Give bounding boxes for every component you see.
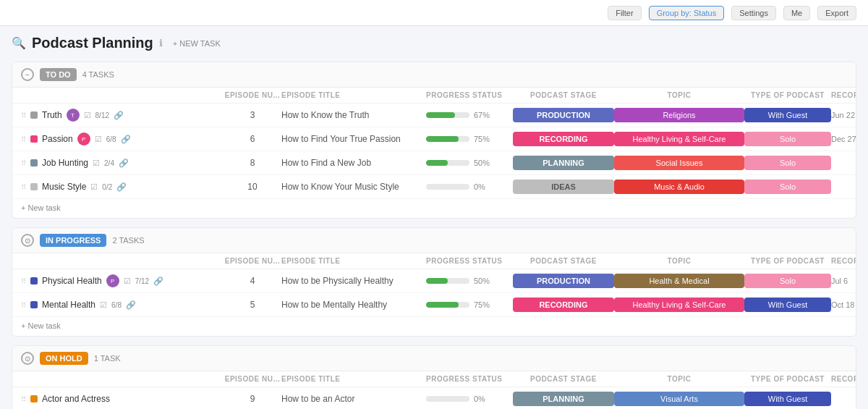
topic-cell[interactable]: Religions bbox=[614, 108, 744, 122]
check-icon: ☑ bbox=[84, 111, 91, 120]
type-cell[interactable]: Solo bbox=[744, 180, 831, 194]
progress-cell: 75% bbox=[426, 300, 513, 309]
stage-badge[interactable]: PLANNING bbox=[513, 392, 614, 406]
type-cell[interactable]: With Guest bbox=[744, 108, 831, 122]
topic-cell[interactable]: Visual Arts bbox=[614, 392, 744, 406]
link-icon: 🔗 bbox=[153, 277, 163, 286]
task-row: ⠿ Job Hunting ☑2/4🔗 8 How to Find a New … bbox=[12, 151, 856, 175]
type-cell-wrap: With Guest bbox=[744, 108, 831, 122]
progress-cell: 50% bbox=[426, 159, 513, 167]
col-headers-todo: EPISODE NU... EPISODE TITLE PROGRESS STA… bbox=[12, 88, 856, 104]
topic-cell[interactable]: Social Issues bbox=[614, 156, 744, 170]
podcast-stage: RECORDING bbox=[513, 298, 614, 312]
stage-badge[interactable]: PRODUCTION bbox=[513, 108, 614, 122]
page-title: Podcast Planning bbox=[32, 35, 153, 51]
add-task-row[interactable]: + New task bbox=[12, 317, 856, 336]
add-task-row[interactable]: + New task bbox=[12, 199, 856, 218]
section-todo: − TO DO 4 TASKS EPISODE NU... EPISODE TI… bbox=[12, 62, 856, 219]
settings-button[interactable]: Settings bbox=[731, 6, 776, 20]
drag-handle[interactable]: ⠿ bbox=[21, 395, 26, 403]
task-color-dot bbox=[30, 277, 38, 284]
progress-cell: 67% bbox=[426, 111, 513, 119]
drag-handle[interactable]: ⠿ bbox=[21, 159, 26, 167]
col-progress: PROGRESS STATUS bbox=[426, 257, 513, 265]
type-cell[interactable]: Solo bbox=[744, 274, 831, 288]
task-avatar: T bbox=[67, 109, 80, 122]
type-cell[interactable]: Solo bbox=[744, 132, 831, 146]
sections-container: − TO DO 4 TASKS EPISODE NU... EPISODE TI… bbox=[12, 62, 856, 409]
drag-handle[interactable]: ⠿ bbox=[21, 111, 26, 119]
collapse-btn-inprogress[interactable]: ⊙ bbox=[21, 234, 34, 247]
task-row: ⠿ Truth T ☑8/12🔗 3 How to Know the Truth… bbox=[12, 104, 856, 127]
col-stage: PODCAST STAGE bbox=[513, 375, 614, 383]
drag-handle[interactable]: ⠿ bbox=[21, 277, 26, 285]
stage-badge[interactable]: IDEAS bbox=[513, 180, 614, 194]
link-icon: 🔗 bbox=[119, 159, 129, 168]
task-name[interactable]: Actor and Actress bbox=[42, 394, 110, 404]
type-cell-wrap: With Guest bbox=[744, 392, 831, 406]
col-type: TYPE OF PODCAST bbox=[744, 91, 831, 99]
progress-cell: 50% bbox=[426, 277, 513, 285]
col-episode-num: EPISODE NU... bbox=[224, 375, 281, 383]
topic-cell[interactable]: Healthy Living & Self-Care bbox=[614, 298, 744, 312]
task-color-dot bbox=[30, 159, 38, 166]
drag-handle[interactable]: ⠿ bbox=[21, 301, 26, 309]
podcast-stage: PLANNING bbox=[513, 392, 614, 406]
type-cell[interactable]: With Guest bbox=[744, 392, 831, 406]
collapse-btn-todo[interactable]: − bbox=[21, 68, 34, 81]
task-color-dot bbox=[30, 301, 38, 308]
stage-badge[interactable]: RECORDING bbox=[513, 132, 614, 146]
task-name-cell: ⠿ Mental Health ☑6/8🔗 bbox=[21, 300, 224, 310]
info-icon[interactable]: ℹ bbox=[159, 38, 163, 49]
top-bar: Filter Group by: Status Settings Me Expo… bbox=[0, 0, 868, 26]
link-icon: 🔗 bbox=[126, 300, 136, 310]
task-name[interactable]: Passion bbox=[42, 134, 73, 144]
collapse-btn-onhold[interactable]: ⊙ bbox=[21, 352, 34, 365]
stage-badge[interactable]: RECORDING bbox=[513, 298, 614, 312]
export-button[interactable]: Export bbox=[817, 6, 856, 20]
new-task-button[interactable]: + NEW TASK bbox=[169, 38, 225, 49]
task-color-dot bbox=[30, 395, 38, 402]
progress-cell: 0% bbox=[426, 182, 513, 191]
col-headers-onhold: EPISODE NU... EPISODE TITLE PROGRESS STA… bbox=[12, 371, 856, 387]
topic-cell[interactable]: Healthy Living & Self-Care bbox=[614, 132, 744, 146]
task-name-cell: ⠿ Music Style ☑0/2🔗 bbox=[21, 182, 224, 192]
task-name[interactable]: Job Hunting bbox=[42, 158, 88, 168]
task-color-dot bbox=[30, 111, 38, 119]
stage-badge[interactable]: PLANNING bbox=[513, 156, 614, 170]
topic-cell[interactable]: Music & Audio bbox=[614, 180, 744, 194]
podcast-stage: PLANNING bbox=[513, 156, 614, 170]
recording-date: Dec 27 bbox=[831, 135, 856, 143]
filter-button[interactable]: Filter bbox=[608, 6, 641, 20]
col-topic: TOPIC bbox=[614, 91, 744, 99]
type-cell[interactable]: With Guest bbox=[744, 298, 831, 312]
type-cell-wrap: Solo bbox=[744, 132, 831, 146]
task-row: ⠿ Music Style ☑0/2🔗 10 How to Know Your … bbox=[12, 175, 856, 199]
col-episode-title: EPISODE TITLE bbox=[281, 257, 426, 265]
type-cell-wrap: With Guest bbox=[744, 298, 831, 312]
group-by-button[interactable]: Group by: Status bbox=[649, 6, 725, 20]
drag-handle[interactable]: ⠿ bbox=[21, 135, 26, 143]
task-name[interactable]: Truth bbox=[42, 110, 62, 120]
task-name[interactable]: Music Style bbox=[42, 182, 86, 192]
drag-handle[interactable]: ⠿ bbox=[21, 183, 26, 191]
col-task bbox=[21, 375, 224, 383]
col-stage: PODCAST STAGE bbox=[513, 91, 614, 99]
col-progress: PROGRESS STATUS bbox=[426, 375, 513, 383]
topic-cell[interactable]: Health & Medical bbox=[614, 274, 744, 288]
me-button[interactable]: Me bbox=[783, 6, 810, 20]
task-name[interactable]: Mental Health bbox=[42, 300, 95, 310]
episode-title: How to be Mentally Healthy bbox=[281, 300, 426, 310]
task-name-cell: ⠿ Passion P ☑6/8🔗 bbox=[21, 132, 224, 146]
section-onhold: ⊙ ON HOLD 1 TASK EPISODE NU... EPISODE T… bbox=[12, 345, 856, 409]
section-inprogress: ⊙ IN PROGRESS 2 TASKS EPISODE NU... EPIS… bbox=[12, 227, 856, 337]
stage-badge[interactable]: PRODUCTION bbox=[513, 274, 614, 288]
type-cell[interactable]: Solo bbox=[744, 156, 831, 170]
task-name-cell: ⠿ Truth T ☑8/12🔗 bbox=[21, 109, 224, 122]
check-icon: ☑ bbox=[93, 159, 100, 168]
task-meta: 6/8 bbox=[111, 301, 122, 309]
topic-cell-wrap: Social Issues bbox=[614, 156, 744, 170]
task-name[interactable]: Physical Health bbox=[42, 276, 102, 286]
task-count-onhold: 1 TASK bbox=[94, 354, 121, 363]
col-topic: TOPIC bbox=[614, 257, 744, 265]
